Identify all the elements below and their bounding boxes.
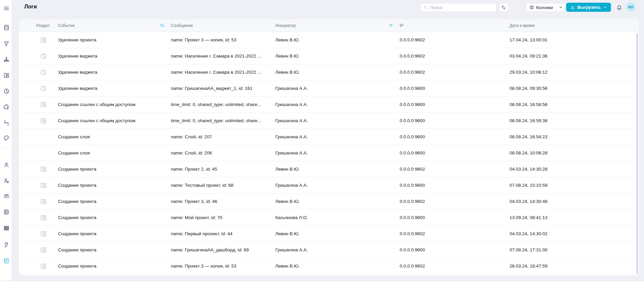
cell-datetime: 04.03.24, 14:30:02 [510, 226, 548, 242]
cell-message: name: Население г. Самара в 2021-2022 ..… [171, 64, 261, 80]
sidebar-item-plugins[interactable] [2, 103, 10, 111]
sidebar-item-hierarchy[interactable] [2, 56, 10, 64]
person-gear-icon [3, 177, 10, 184]
sidebar-item-user[interactable] [2, 161, 10, 169]
cell-message: time_limit: 0, shared_type: unlimited, s… [171, 97, 261, 112]
table-row[interactable]: Создание слояname: Слой, id: 207Гришагин… [19, 129, 639, 145]
cell-datetime: 13.09.24, 08:41:13 [510, 210, 548, 225]
chevron-down-icon [559, 5, 563, 9]
people-icon [3, 193, 10, 200]
filter-icon[interactable] [388, 23, 394, 28]
palette-icon [3, 135, 10, 141]
sidebar-item-menu[interactable] [2, 4, 10, 12]
cell-datetime: 04.03.24, 14:30:28 [510, 161, 548, 177]
table-row[interactable]: Создание проектаname: ГришагинаАА_дашбор… [19, 242, 639, 258]
sidebar-item-svg-assets[interactable]: SVG [2, 119, 10, 127]
cell-event: Создание слоя [58, 129, 90, 145]
cell-initiator: Левин В.Ю. [275, 258, 300, 274]
cell-message: name: Слой, id: 206 [171, 145, 212, 161]
plug-icon [3, 241, 10, 248]
section-cell [40, 69, 47, 76]
column-header-section[interactable]: Раздел [36, 19, 50, 32]
column-header-message[interactable]: Сообщение [171, 19, 193, 32]
export-button[interactable]: Выгрузить [566, 3, 611, 12]
dashboard-icon [40, 198, 47, 205]
cell-datetime: 08.08.24, 16:59:38 [510, 113, 548, 129]
cell-initiator: Левин В.Ю. [275, 32, 300, 48]
search-input[interactable] [428, 5, 496, 10]
pie-chart-icon [3, 88, 10, 95]
dashboard-icon [40, 182, 47, 189]
column-header-ip[interactable]: IP [400, 19, 403, 32]
column-header-initiator[interactable]: Инициатор [275, 19, 296, 32]
export-button-label: Выгрузить [577, 5, 601, 10]
sidebar-item-database[interactable] [2, 24, 10, 32]
cell-event: Создание проекта [58, 177, 96, 193]
table-row[interactable]: Создание слояname: Слой, id: 206Гришагин… [19, 145, 639, 161]
cell-datetime: 08.08.24, 10:06:28 [510, 145, 548, 161]
cell-ip: 0.0.0.0:9602 [400, 64, 425, 80]
dashboard-icon [40, 214, 47, 221]
sidebar-item-integrations[interactable] [2, 241, 10, 249]
cell-datetime: 07.08.24, 15:10:59 [510, 177, 548, 193]
search-box[interactable] [420, 3, 496, 12]
cell-message: name: Проект 3, id: 46 [171, 193, 217, 209]
columns-icon [529, 5, 534, 10]
tags-button[interactable] [499, 3, 508, 12]
avatar[interactable]: КЛ [626, 2, 636, 12]
table-row[interactable]: Удаление виджетаname: ГришагинаАА_виджет… [19, 80, 639, 97]
table-row[interactable]: Создание проектаname: Проект 3, id: 46Ле… [19, 193, 639, 210]
footer-divider [0, 281, 644, 282]
table-row[interactable]: Создание ссылки с общим доступомtime_lim… [19, 97, 639, 113]
cell-ip: 0.0.0.0:9602 [400, 32, 425, 48]
table-row[interactable]: Удаление виджетаname: Население г. Самар… [19, 64, 639, 80]
column-header-datetime[interactable]: Дата и время [510, 19, 534, 32]
table-row[interactable]: Удаление виджетаname: Население г. Самар… [19, 48, 639, 64]
cell-event: Создание проекта [58, 258, 96, 274]
table-row[interactable]: Создание ссылки с общим доступомtime_lim… [19, 113, 639, 129]
sidebar-item-charts[interactable] [2, 87, 10, 95]
sidebar-item-apps[interactable] [2, 224, 10, 232]
cell-datetime: 03.04.24, 09:21:36 [510, 48, 548, 64]
sidebar-item-dashboards[interactable] [2, 71, 10, 79]
sidebar-item-journal[interactable] [2, 208, 10, 216]
hamburger-icon [3, 5, 10, 12]
cell-message: name: Слой, id: 207 [171, 129, 212, 145]
columns-button[interactable]: Колонки [526, 3, 556, 11]
cell-initiator: Гришагина А.А. [275, 97, 308, 112]
page-title: Логи [24, 4, 37, 10]
vertical-scrollbar[interactable] [636, 33, 638, 274]
svg-icon: SVG [3, 119, 10, 126]
table-row[interactable]: Создание проектаname: Проект 2, id: 45Ле… [19, 161, 639, 177]
table-row[interactable]: Создание проектаname: Первый прооект, id… [19, 226, 639, 242]
column-header-event[interactable]: Событие [58, 19, 75, 32]
table-row[interactable]: Удаление проектаname: Проект 3 — копия, … [19, 32, 639, 48]
cell-datetime: 29.03.24, 10:06:12 [510, 64, 548, 80]
sidebar-item-user-settings[interactable] [2, 177, 10, 185]
cell-event: Удаление проекта [58, 32, 96, 48]
cell-event: Создание проекта [58, 226, 96, 242]
section-cell [40, 36, 47, 44]
cell-event: Создание ссылки с общим доступом [58, 113, 135, 129]
cell-ip: 0.0.0.0:9602 [400, 161, 425, 177]
columns-split-button: Колонки [526, 3, 565, 12]
columns-dropdown-button[interactable] [556, 3, 565, 11]
cell-message: name: ГришагинаАА_виджет_1, id: 161 [171, 80, 252, 96]
sort-desc-icon[interactable] [160, 23, 165, 28]
table-row[interactable]: Создание проектаname: Тестовый проект, i… [19, 177, 639, 193]
cell-datetime: 26.03.24, 18:47:59 [510, 258, 548, 274]
sidebar-item-palette[interactable] [2, 134, 10, 142]
cell-initiator: Левин В.Ю. [275, 193, 300, 209]
sidebar-item-logs[interactable] [2, 257, 10, 265]
sidebar-item-filters[interactable] [2, 40, 10, 48]
section-cell [40, 101, 47, 108]
apps-grid-icon [3, 225, 10, 232]
dashboard-icon [40, 262, 47, 270]
notifications-button[interactable] [615, 4, 623, 11]
table-row[interactable]: Создание проектаname: Проект 3 — копия, … [19, 258, 639, 274]
table-row[interactable]: Создание проектаname: Мой проект, id: 70… [19, 210, 639, 226]
sidebar-item-groups[interactable] [2, 192, 10, 200]
cell-event: Удаление виджета [58, 64, 97, 80]
cell-event: Удаление виджета [58, 48, 97, 64]
funnel-icon [3, 40, 10, 47]
